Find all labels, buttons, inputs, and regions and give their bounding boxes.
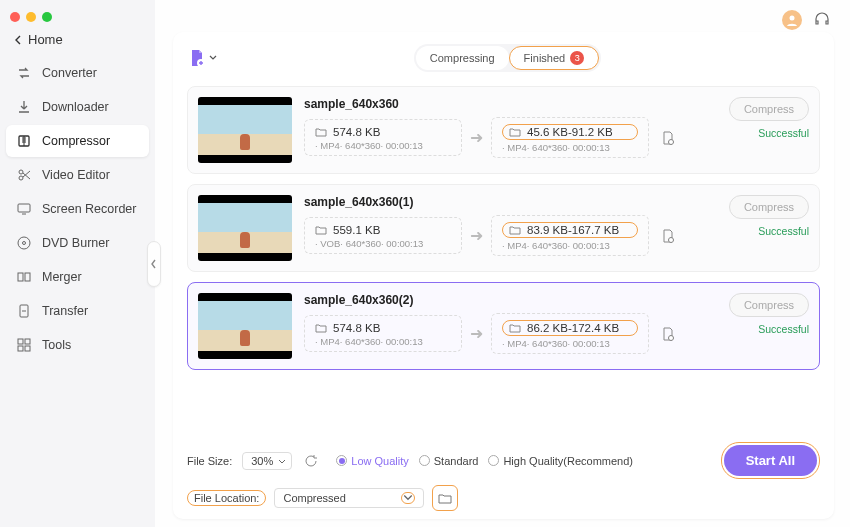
svg-rect-11	[18, 346, 23, 351]
chevron-down-icon	[403, 494, 413, 502]
sidebar-item-label: DVD Burner	[42, 236, 109, 250]
svg-point-5	[23, 242, 26, 245]
compress-button[interactable]: Compress	[729, 293, 809, 317]
file-name: sample_640x360	[304, 97, 709, 111]
arrow-icon: ➜	[470, 324, 483, 343]
avatar[interactable]	[782, 10, 802, 30]
reset-button[interactable]	[302, 452, 320, 470]
file-name: sample_640x360(1)	[304, 195, 709, 209]
tabs: Compressing Finished 3	[414, 44, 601, 72]
refresh-icon	[304, 454, 318, 468]
sidebar-item-merger[interactable]: Merger	[6, 261, 149, 293]
row-settings-button[interactable]	[657, 225, 679, 247]
close-window-icon[interactable]	[10, 12, 20, 22]
file-name: sample_640x360(2)	[304, 293, 709, 307]
file-gear-icon	[660, 228, 676, 244]
start-all-annotation: Start All	[721, 442, 820, 479]
home-link[interactable]: Home	[0, 26, 155, 57]
sidebar-item-dvd-burner[interactable]: DVD Burner	[6, 227, 149, 259]
target-meta: 86.2 KB-172.4 KB MP4640*36000:00:13	[491, 313, 649, 354]
start-all-button[interactable]: Start All	[724, 445, 817, 476]
file-size-select[interactable]: 30%	[242, 452, 292, 470]
status-text: Successful	[758, 127, 809, 139]
support-button[interactable]	[812, 10, 832, 30]
chevron-left-icon	[151, 259, 157, 269]
radio-low-quality[interactable]: Low Quality	[336, 455, 408, 467]
open-folder-button[interactable]	[434, 487, 456, 509]
sidebar-item-label: Video Editor	[42, 168, 110, 182]
chevron-down-icon	[209, 55, 217, 61]
folder-icon	[509, 126, 521, 138]
file-row[interactable]: sample_640x360 574.8 KB MP4640*36000:00:…	[187, 86, 820, 174]
svg-point-17	[669, 335, 674, 340]
svg-rect-7	[25, 273, 30, 281]
nav-list: Converter Downloader Compressor Video Ed…	[0, 57, 155, 361]
svg-rect-12	[25, 346, 30, 351]
radio-high-quality[interactable]: High Quality(Recommend)	[488, 455, 633, 467]
video-thumbnail	[198, 293, 292, 359]
file-location-value: Compressed	[283, 492, 345, 504]
sidebar-item-label: Converter	[42, 66, 97, 80]
compress-button[interactable]: Compress	[729, 195, 809, 219]
row-settings-button[interactable]	[657, 127, 679, 149]
svg-rect-6	[18, 273, 23, 281]
target-size: 83.9 KB-167.7 KB	[527, 224, 619, 236]
status-text: Successful	[758, 225, 809, 237]
compressor-icon	[16, 133, 32, 149]
sidebar-item-label: Merger	[42, 270, 82, 284]
folder-icon	[315, 126, 327, 138]
sidebar-item-transfer[interactable]: Transfer	[6, 295, 149, 327]
compress-button[interactable]: Compress	[729, 97, 809, 121]
tab-label: Compressing	[430, 52, 495, 64]
sidebar-item-downloader[interactable]: Downloader	[6, 91, 149, 123]
tab-compressing[interactable]: Compressing	[416, 46, 509, 70]
svg-point-4	[18, 237, 30, 249]
scissors-icon	[16, 167, 32, 183]
row-actions: Compress Successful	[721, 195, 809, 237]
row-settings-button[interactable]	[657, 323, 679, 345]
tab-label: Finished	[524, 52, 566, 64]
file-location-select[interactable]: Compressed	[274, 488, 424, 508]
sidebar-item-label: Compressor	[42, 134, 110, 148]
sidebar-item-compressor[interactable]: Compressor	[6, 125, 149, 157]
tab-finished[interactable]: Finished 3	[509, 46, 600, 70]
svg-rect-9	[18, 339, 23, 344]
main-area: Compressing Finished 3 sample_640x360	[155, 0, 850, 527]
target-meta: 45.6 KB-91.2 KB MP4640*36000:00:13	[491, 117, 649, 158]
folder-icon	[315, 322, 327, 334]
user-icon	[785, 13, 799, 27]
sidebar-item-converter[interactable]: Converter	[6, 57, 149, 89]
file-location-label: File Location:	[187, 490, 266, 506]
minimize-window-icon[interactable]	[26, 12, 36, 22]
file-size-label: File Size:	[187, 455, 232, 467]
converter-icon	[16, 65, 32, 81]
folder-icon	[438, 491, 452, 505]
download-icon	[16, 99, 32, 115]
target-size: 86.2 KB-172.4 KB	[527, 322, 619, 334]
sidebar-item-video-editor[interactable]: Video Editor	[6, 159, 149, 191]
grid-icon	[16, 337, 32, 353]
add-file-button[interactable]	[187, 48, 225, 68]
svg-point-2	[19, 170, 23, 174]
file-add-icon	[187, 48, 207, 68]
row-actions: Compress Successful	[721, 293, 809, 335]
file-body: sample_640x360 574.8 KB MP4640*36000:00:…	[304, 97, 709, 158]
merger-icon	[16, 269, 32, 285]
source-size: 574.8 KB	[333, 322, 380, 334]
sidebar-item-screen-recorder[interactable]: Screen Recorder	[6, 193, 149, 225]
sidebar-item-label: Transfer	[42, 304, 88, 318]
sidebar-collapse-handle[interactable]	[147, 241, 161, 287]
maximize-window-icon[interactable]	[42, 12, 52, 22]
source-meta: 574.8 KB MP4640*36000:00:13	[304, 119, 462, 156]
folder-icon	[509, 322, 521, 334]
file-row[interactable]: sample_640x360(2) 574.8 KB MP4640*36000:…	[187, 282, 820, 370]
radio-standard-quality[interactable]: Standard	[419, 455, 479, 467]
sidebar: Home Converter Downloader Compressor Vid…	[0, 0, 155, 527]
sidebar-item-tools[interactable]: Tools	[6, 329, 149, 361]
arrow-icon: ➜	[470, 128, 483, 147]
folder-icon	[509, 224, 521, 236]
target-meta: 83.9 KB-167.7 KB MP4640*36000:00:13	[491, 215, 649, 256]
target-size: 45.6 KB-91.2 KB	[527, 126, 613, 138]
monitor-icon	[16, 201, 32, 217]
file-row[interactable]: sample_640x360(1) 559.1 KB VOB640*36000:…	[187, 184, 820, 272]
